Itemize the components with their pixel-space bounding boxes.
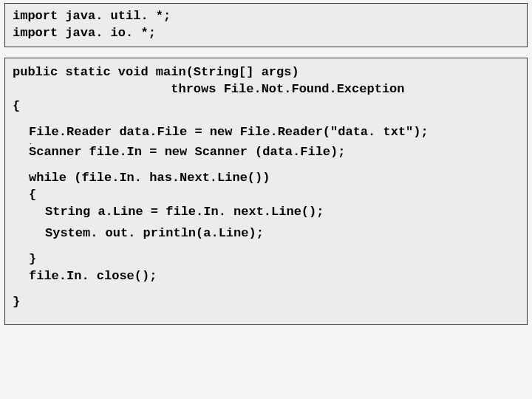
scanner-declaration: Scanner file.In = new Scanner (data.File… [29,144,519,161]
imports-block: import java. util. *; import java. io. *… [4,3,528,47]
main-open-brace: { [13,98,519,115]
string-assignment: String a.Line = file.In. next.Line(); [45,204,519,221]
filereader-declaration: File.Reader data.File = new File.Reader(… [29,124,519,141]
println-call: System. out. println(a.Line); [45,225,519,242]
while-open-brace: { [29,187,519,204]
import-io-line: import java. io. *; [13,25,519,42]
main-signature-line2: throws File.Not.Found.Exception [13,81,519,98]
main-signature-line1: public static void main(String[] args) [13,64,519,81]
while-statement: while (file.In. has.Next.Line()) [29,170,519,187]
while-close-brace: } [29,251,519,268]
main-method-block: public static void main(String[] args) t… [4,58,528,325]
import-util-line: import java. util. *; [13,8,519,25]
main-close-brace: } [13,294,519,311]
close-call: file.In. close(); [29,268,519,285]
